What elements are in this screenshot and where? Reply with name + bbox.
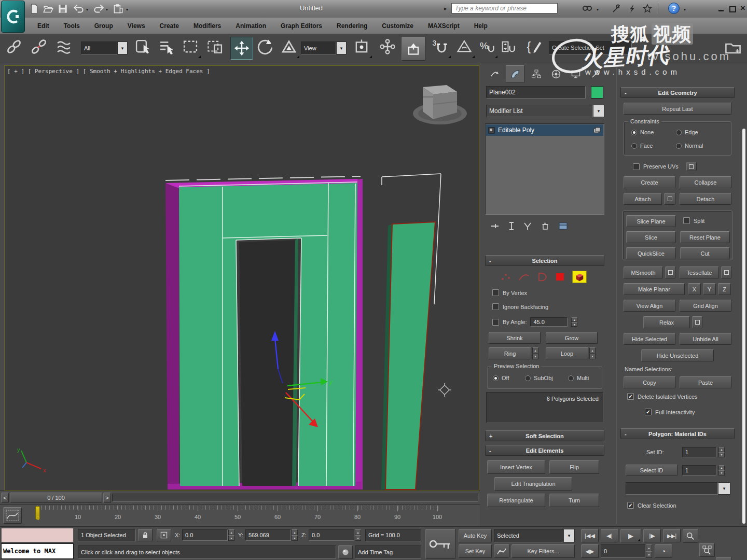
preview-multi-radio[interactable] bbox=[568, 375, 574, 381]
time-slider-track[interactable] bbox=[112, 494, 478, 502]
constraint-edge-radio[interactable] bbox=[676, 130, 682, 135]
menu-create[interactable]: Create bbox=[160, 22, 179, 30]
ring-button[interactable]: Ring bbox=[489, 347, 531, 359]
y-coordinate-field[interactable]: 569.069 bbox=[245, 529, 291, 541]
slice-button[interactable]: Slice bbox=[626, 231, 676, 243]
track-bar[interactable]: 0 10 20 30 40 50 60 70 80 90 100 bbox=[0, 505, 480, 526]
select-id-button[interactable]: Select ID bbox=[626, 465, 677, 476]
relax-settings-button[interactable] bbox=[692, 316, 702, 328]
help-dropdown-arrow[interactable]: ▾ bbox=[684, 7, 686, 12]
select-and-rotate-icon[interactable] bbox=[256, 38, 276, 59]
clear-selection-row[interactable]: ✓ Clear Selection bbox=[627, 502, 676, 509]
msmooth-settings-button[interactable] bbox=[665, 267, 675, 278]
preserve-uvs-checkbox[interactable] bbox=[633, 163, 640, 170]
maxscript-mini-listener-white[interactable]: Welcome to MAX bbox=[1, 543, 74, 559]
preview-subobj-radio[interactable] bbox=[525, 375, 531, 381]
reference-coordinate-dropdown[interactable]: View bbox=[301, 41, 336, 54]
paste-button[interactable]: Paste bbox=[680, 376, 731, 388]
full-interactivity-checkbox[interactable]: ✓ bbox=[645, 409, 652, 415]
x-coordinate-field[interactable]: 0.0 bbox=[182, 529, 228, 541]
time-configuration-button[interactable]: ◔ bbox=[655, 544, 672, 558]
material-name-dropdown[interactable] bbox=[626, 482, 718, 495]
go-to-start-button[interactable]: |◀◀ bbox=[581, 529, 599, 542]
search-options-arrow[interactable]: ▾ bbox=[597, 7, 599, 12]
constraint-none-row[interactable]: None bbox=[631, 129, 654, 135]
help-button[interactable]: ? bbox=[668, 3, 680, 14]
modifier-list-arrow[interactable]: ▾ bbox=[593, 105, 604, 117]
edit-triangulation-button[interactable]: Edit Triangulation bbox=[494, 477, 572, 491]
split-checkbox[interactable] bbox=[683, 217, 690, 224]
hide-unselected-button[interactable]: Hide Unselected bbox=[641, 349, 714, 361]
reference-coordinate-arrow[interactable]: ▾ bbox=[336, 41, 347, 54]
show-end-result-icon[interactable] bbox=[508, 221, 515, 231]
menu-tools[interactable]: Tools bbox=[64, 22, 80, 30]
named-selection-sets-icon[interactable]: { bbox=[526, 38, 546, 59]
shrink-button[interactable]: Shrink bbox=[489, 332, 541, 344]
bind-to-space-warp-icon[interactable] bbox=[55, 38, 75, 59]
object-color-swatch[interactable] bbox=[591, 86, 603, 99]
cut-button[interactable]: Cut bbox=[680, 247, 730, 259]
preview-off-radio-row[interactable]: Off bbox=[493, 375, 509, 381]
modifier-stack[interactable]: Editable Poly bbox=[485, 123, 604, 215]
make-planar-y-button[interactable]: Y bbox=[703, 283, 716, 295]
border-subobject-icon[interactable] bbox=[536, 271, 548, 283]
preview-subobj-radio-row[interactable]: SubObj bbox=[525, 375, 553, 381]
percent-snap-toggle-icon[interactable]: % bbox=[478, 38, 498, 59]
menu-modifiers[interactable]: Modifiers bbox=[193, 22, 221, 30]
split-row[interactable]: Split bbox=[683, 217, 704, 224]
open-file-button[interactable] bbox=[43, 3, 54, 15]
preserve-uvs-settings-button[interactable] bbox=[686, 162, 697, 171]
edit-elements-collapse-toggle[interactable]: - bbox=[489, 447, 491, 454]
soft-selection-expand-toggle[interactable]: + bbox=[489, 433, 492, 439]
modifier-list-dropdown[interactable]: Modifier List bbox=[486, 105, 593, 117]
flip-button[interactable]: Flip bbox=[549, 460, 599, 474]
panel-tab-modify[interactable] bbox=[506, 65, 524, 83]
zoom-extents-button[interactable] bbox=[716, 557, 731, 560]
stack-pages-icon[interactable] bbox=[593, 127, 601, 134]
key-filter-mode-dropdown[interactable]: Selected bbox=[494, 529, 563, 542]
slice-plane-button[interactable]: Slice Plane bbox=[626, 215, 676, 227]
vertex-subobject-icon[interactable] bbox=[500, 271, 512, 283]
key-filter-mode-arrow[interactable]: ▾ bbox=[563, 529, 575, 542]
panel-tab-motion[interactable] bbox=[547, 66, 565, 82]
msmooth-button[interactable]: MSmooth bbox=[624, 267, 663, 278]
by-angle-checkbox[interactable] bbox=[492, 319, 499, 326]
edge-subobject-icon[interactable] bbox=[518, 271, 530, 283]
select-object-icon[interactable] bbox=[134, 38, 154, 59]
use-pivot-point-center-icon[interactable] bbox=[353, 38, 372, 59]
menu-views[interactable]: Views bbox=[128, 22, 145, 30]
tessellate-button[interactable]: Tessellate bbox=[680, 267, 719, 278]
by-vertex-checkbox[interactable] bbox=[492, 289, 499, 296]
selection-filter-dropdown[interactable]: All bbox=[81, 41, 117, 54]
preview-off-radio[interactable] bbox=[493, 375, 499, 381]
restore-button[interactable] bbox=[728, 5, 737, 12]
time-forward-arrow-button[interactable]: > bbox=[103, 493, 111, 503]
keyboard-shortcut-toggle-button[interactable] bbox=[402, 37, 425, 61]
panel-tab-display[interactable] bbox=[567, 66, 585, 82]
communication-center-icon[interactable] bbox=[611, 4, 621, 14]
infocenter-icon[interactable] bbox=[627, 4, 637, 14]
rollout-edit-geometry[interactable]: - Edit Geometry bbox=[620, 87, 735, 98]
ignore-backfacing-checkbox[interactable] bbox=[492, 303, 499, 310]
menu-graph-editors[interactable]: Graph Editors bbox=[281, 22, 322, 30]
make-unique-icon[interactable] bbox=[522, 221, 533, 231]
preserve-uvs-row[interactable]: Preserve UVs bbox=[633, 162, 697, 171]
clear-selection-checkbox[interactable]: ✓ bbox=[627, 502, 634, 509]
menu-animation[interactable]: Animation bbox=[236, 22, 266, 30]
insert-vertex-button[interactable]: Insert Vertex bbox=[487, 460, 545, 474]
copy-button[interactable]: Copy bbox=[624, 376, 675, 388]
minimize-button[interactable] bbox=[717, 5, 725, 12]
quickslice-button[interactable]: QuickSlice bbox=[626, 247, 676, 259]
selection-lock-button[interactable] bbox=[138, 529, 153, 541]
pin-stack-icon[interactable] bbox=[489, 221, 501, 231]
search-icon[interactable] bbox=[581, 4, 593, 14]
redo-button[interactable] bbox=[92, 3, 105, 15]
make-planar-x-button[interactable]: X bbox=[688, 283, 701, 295]
snaps-toggle-icon[interactable]: 3 bbox=[432, 38, 451, 59]
panel-tab-hierarchy[interactable] bbox=[528, 66, 545, 82]
play-button[interactable]: ▶ bbox=[620, 529, 641, 542]
polygon-subobject-icon[interactable] bbox=[554, 271, 566, 283]
scene-clipboard-button[interactable] bbox=[112, 3, 123, 15]
ring-spinner[interactable]: ▲▼ bbox=[532, 347, 538, 359]
ignore-backfacing-row[interactable]: Ignore Backfacing bbox=[492, 303, 548, 310]
